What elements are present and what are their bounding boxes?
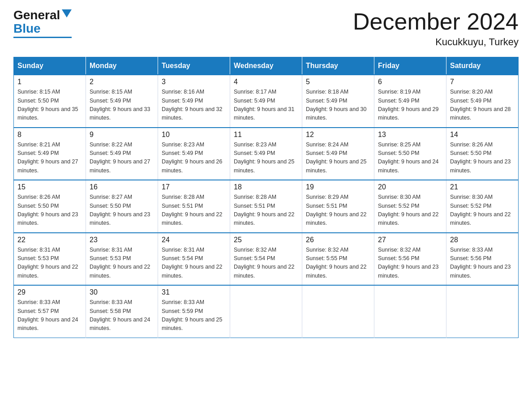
day-info: Sunrise: 8:33 AM Sunset: 5:56 PM Dayligh… [450,246,515,281]
calendar-day-cell: 4 Sunrise: 8:17 AM Sunset: 5:49 PM Dayli… [230,75,302,128]
calendar-day-cell: 30 Sunrise: 8:33 AM Sunset: 5:58 PM Dayl… [86,285,158,338]
days-of-week-row: SundayMondayTuesdayWednesdayThursdayFrid… [14,57,519,75]
day-number: 11 [234,131,298,139]
day-info: Sunrise: 8:32 AM Sunset: 5:56 PM Dayligh… [378,246,442,281]
calendar-day-cell: 2 Sunrise: 8:15 AM Sunset: 5:49 PM Dayli… [86,75,158,128]
calendar-day-cell: 19 Sunrise: 8:29 AM Sunset: 5:51 PM Dayl… [302,180,374,233]
calendar-day-cell: 1 Sunrise: 8:15 AM Sunset: 5:50 PM Dayli… [14,75,86,128]
calendar-header: SundayMondayTuesdayWednesdayThursdayFrid… [14,57,519,75]
calendar-day-cell: 23 Sunrise: 8:31 AM Sunset: 5:53 PM Dayl… [86,233,158,286]
day-number: 8 [17,131,82,139]
day-number: 21 [450,183,515,191]
svg-marker-0 [62,9,72,17]
day-info: Sunrise: 8:23 AM Sunset: 5:49 PM Dayligh… [234,141,298,176]
day-number: 1 [17,78,82,86]
day-number: 18 [234,183,298,191]
day-info: Sunrise: 8:19 AM Sunset: 5:49 PM Dayligh… [378,88,442,123]
day-info: Sunrise: 8:16 AM Sunset: 5:49 PM Dayligh… [162,88,226,123]
day-info: Sunrise: 8:33 AM Sunset: 5:58 PM Dayligh… [90,298,154,333]
day-number: 28 [450,236,515,244]
day-info: Sunrise: 8:21 AM Sunset: 5:49 PM Dayligh… [17,141,82,176]
day-of-week-header: Thursday [302,57,374,75]
day-info: Sunrise: 8:33 AM Sunset: 5:59 PM Dayligh… [162,298,226,333]
day-number: 9 [90,131,154,139]
calendar-week-row: 15 Sunrise: 8:26 AM Sunset: 5:50 PM Dayl… [14,180,519,233]
calendar-day-cell: 10 Sunrise: 8:23 AM Sunset: 5:49 PM Dayl… [158,128,230,180]
day-info: Sunrise: 8:20 AM Sunset: 5:49 PM Dayligh… [450,88,515,123]
calendar-day-cell [446,285,519,338]
day-info: Sunrise: 8:28 AM Sunset: 5:51 PM Dayligh… [234,193,298,228]
day-number: 13 [378,131,442,139]
day-info: Sunrise: 8:33 AM Sunset: 5:57 PM Dayligh… [17,298,82,333]
day-info: Sunrise: 8:31 AM Sunset: 5:53 PM Dayligh… [17,246,82,281]
calendar-day-cell [374,285,446,338]
day-info: Sunrise: 8:28 AM Sunset: 5:51 PM Dayligh… [162,193,226,228]
day-number: 16 [90,183,154,191]
day-info: Sunrise: 8:32 AM Sunset: 5:54 PM Dayligh… [234,246,298,281]
day-info: Sunrise: 8:26 AM Sunset: 5:50 PM Dayligh… [450,141,515,176]
day-info: Sunrise: 8:15 AM Sunset: 5:50 PM Dayligh… [17,88,82,123]
calendar-day-cell: 14 Sunrise: 8:26 AM Sunset: 5:50 PM Dayl… [446,128,519,180]
day-info: Sunrise: 8:27 AM Sunset: 5:50 PM Dayligh… [90,193,154,228]
day-info: Sunrise: 8:22 AM Sunset: 5:49 PM Dayligh… [90,141,154,176]
day-info: Sunrise: 8:31 AM Sunset: 5:54 PM Dayligh… [162,246,226,281]
calendar-day-cell: 11 Sunrise: 8:23 AM Sunset: 5:49 PM Dayl… [230,128,302,180]
day-number: 30 [90,288,154,296]
day-info: Sunrise: 8:29 AM Sunset: 5:51 PM Dayligh… [306,193,370,228]
calendar-day-cell: 22 Sunrise: 8:31 AM Sunset: 5:53 PM Dayl… [14,233,86,286]
logo-underline [13,37,72,38]
calendar-day-cell [230,285,302,338]
calendar-day-cell: 7 Sunrise: 8:20 AM Sunset: 5:49 PM Dayli… [446,75,519,128]
day-number: 3 [162,78,226,86]
calendar-day-cell: 12 Sunrise: 8:24 AM Sunset: 5:49 PM Dayl… [302,128,374,180]
calendar-body: 1 Sunrise: 8:15 AM Sunset: 5:50 PM Dayli… [14,75,519,338]
day-info: Sunrise: 8:26 AM Sunset: 5:50 PM Dayligh… [17,193,82,228]
calendar-day-cell: 25 Sunrise: 8:32 AM Sunset: 5:54 PM Dayl… [230,233,302,286]
calendar-day-cell: 3 Sunrise: 8:16 AM Sunset: 5:49 PM Dayli… [158,75,230,128]
calendar-week-row: 1 Sunrise: 8:15 AM Sunset: 5:50 PM Dayli… [14,75,519,128]
calendar-day-cell: 9 Sunrise: 8:22 AM Sunset: 5:49 PM Dayli… [86,128,158,180]
calendar-day-cell: 18 Sunrise: 8:28 AM Sunset: 5:51 PM Dayl… [230,180,302,233]
day-info: Sunrise: 8:15 AM Sunset: 5:49 PM Dayligh… [90,88,154,123]
day-number: 25 [234,236,298,244]
calendar-day-cell: 17 Sunrise: 8:28 AM Sunset: 5:51 PM Dayl… [158,180,230,233]
logo-blue-text: Blue [13,22,41,35]
day-of-week-header: Monday [86,57,158,75]
day-info: Sunrise: 8:30 AM Sunset: 5:52 PM Dayligh… [378,193,442,228]
day-number: 17 [162,183,226,191]
day-number: 26 [306,236,370,244]
calendar-day-cell [302,285,374,338]
day-number: 14 [450,131,515,139]
calendar-table: SundayMondayTuesdayWednesdayThursdayFrid… [13,57,519,338]
day-number: 19 [306,183,370,191]
day-number: 20 [378,183,442,191]
calendar-day-cell: 8 Sunrise: 8:21 AM Sunset: 5:49 PM Dayli… [14,128,86,180]
day-number: 29 [17,288,82,296]
logo: General Blue [13,9,72,38]
calendar-week-row: 29 Sunrise: 8:33 AM Sunset: 5:57 PM Dayl… [14,285,519,338]
calendar-week-row: 22 Sunrise: 8:31 AM Sunset: 5:53 PM Dayl… [14,233,519,286]
day-of-week-header: Friday [374,57,446,75]
month-title: December 2024 [353,9,519,34]
day-info: Sunrise: 8:24 AM Sunset: 5:49 PM Dayligh… [306,141,370,176]
day-number: 4 [234,78,298,86]
day-of-week-header: Sunday [14,57,86,75]
calendar-day-cell: 27 Sunrise: 8:32 AM Sunset: 5:56 PM Dayl… [374,233,446,286]
calendar-day-cell: 28 Sunrise: 8:33 AM Sunset: 5:56 PM Dayl… [446,233,519,286]
calendar-day-cell: 16 Sunrise: 8:27 AM Sunset: 5:50 PM Dayl… [86,180,158,233]
calendar-day-cell: 29 Sunrise: 8:33 AM Sunset: 5:57 PM Dayl… [14,285,86,338]
day-number: 23 [90,236,154,244]
day-number: 6 [378,78,442,86]
day-number: 22 [17,236,82,244]
day-number: 24 [162,236,226,244]
calendar-day-cell: 13 Sunrise: 8:25 AM Sunset: 5:50 PM Dayl… [374,128,446,180]
day-info: Sunrise: 8:30 AM Sunset: 5:52 PM Dayligh… [450,193,515,228]
day-number: 2 [90,78,154,86]
day-number: 12 [306,131,370,139]
calendar-day-cell: 6 Sunrise: 8:19 AM Sunset: 5:49 PM Dayli… [374,75,446,128]
day-info: Sunrise: 8:25 AM Sunset: 5:50 PM Dayligh… [378,141,442,176]
day-info: Sunrise: 8:31 AM Sunset: 5:53 PM Dayligh… [90,246,154,281]
location: Kucukkuyu, Turkey [353,36,519,48]
day-of-week-header: Wednesday [230,57,302,75]
day-number: 15 [17,183,82,191]
